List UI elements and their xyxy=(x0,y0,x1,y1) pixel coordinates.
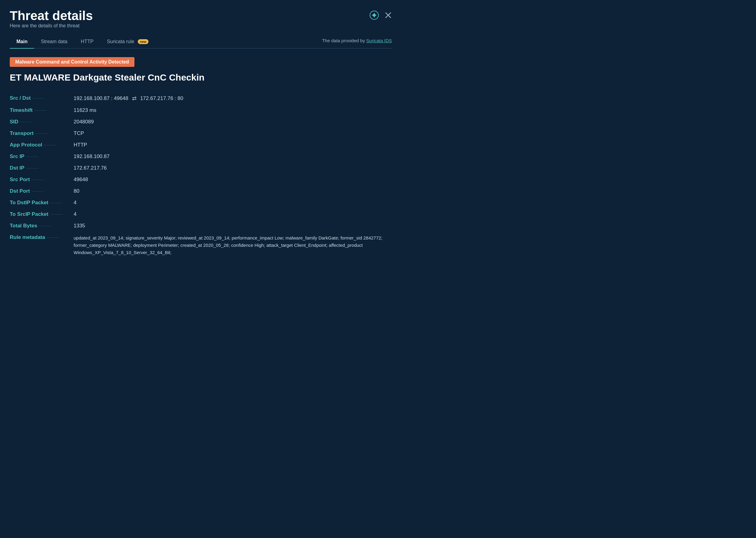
table-row: To SrcIP Packet4 xyxy=(10,208,392,220)
page-subtitle: Here are the details of the threat xyxy=(10,23,93,28)
alert-badge: Malware Command and Control Activity Det… xyxy=(10,57,135,67)
data-source-text: The data provided by xyxy=(322,38,366,43)
detail-label: Timeshift xyxy=(10,105,74,116)
detail-value: 192.168.100.87 xyxy=(74,151,392,162)
threat-name: ET MALWARE Darkgate Stealer CnC Checkin xyxy=(10,72,392,83)
detail-label: To SrcIP Packet xyxy=(10,208,74,220)
table-row: App ProtocolHTTP xyxy=(10,139,392,151)
detail-label: Dst Port xyxy=(10,186,74,197)
detail-value: HTTP xyxy=(74,139,392,151)
detail-value: 80 xyxy=(74,186,392,197)
dst-address: 172.67.217.76 : 80 xyxy=(140,95,183,101)
detail-label: Src Port xyxy=(10,174,74,186)
details-table: Src / Dst192.168.100.87 : 49648⇄172.67.2… xyxy=(10,92,392,259)
detail-value: 1335 xyxy=(74,220,392,232)
header: Threat details Here are the details of t… xyxy=(10,9,392,34)
table-row: Src IP192.168.100.87 xyxy=(10,151,392,162)
detail-label: Src IP xyxy=(10,151,74,162)
tab-http[interactable]: HTTP xyxy=(74,36,100,49)
detail-value: updated_at 2023_09_14; signature_severit… xyxy=(74,232,392,259)
detail-label: Transport xyxy=(10,128,74,139)
table-row: Dst Port80 xyxy=(10,186,392,197)
header-actions xyxy=(369,9,392,20)
detail-value: 192.168.100.87 : 49648⇄172.67.217.76 : 8… xyxy=(74,92,392,105)
data-source-info: The data provided by Suricata IDS xyxy=(322,38,392,46)
detail-label: Dst IP xyxy=(10,162,74,174)
header-left: Threat details Here are the details of t… xyxy=(10,9,93,34)
detail-value: 4 xyxy=(74,208,392,220)
data-source-link[interactable]: Suricata IDS xyxy=(366,38,392,43)
table-row: TransportTCP xyxy=(10,128,392,139)
tab-stream-data[interactable]: Stream data xyxy=(34,36,74,49)
detail-value: 4 xyxy=(74,197,392,208)
table-row: Total Bytes1335 xyxy=(10,220,392,232)
detail-value: 49648 xyxy=(74,174,392,186)
table-row: SID2048089 xyxy=(10,116,392,128)
detail-value: 2048089 xyxy=(74,116,392,128)
threat-details-panel: Threat details Here are the details of t… xyxy=(0,0,402,538)
table-row: Src Port49648 xyxy=(10,174,392,186)
detail-value: TCP xyxy=(74,128,392,139)
page-title: Threat details xyxy=(10,9,93,23)
new-badge: new xyxy=(138,39,149,44)
ai-assistant-button[interactable] xyxy=(369,10,379,20)
tab-suricata-rule[interactable]: Suricata rule new xyxy=(100,36,155,49)
arrows-icon: ⇄ xyxy=(132,95,137,102)
tab-main[interactable]: Main xyxy=(10,36,34,49)
tabs-left: Main Stream data HTTP Suricata rule new xyxy=(10,36,155,48)
detail-label: Total Bytes xyxy=(10,220,74,232)
close-button[interactable] xyxy=(385,12,392,19)
detail-value: 172.67.217.76 xyxy=(74,162,392,174)
detail-label: Src / Dst xyxy=(10,92,74,105)
detail-label: App Protocol xyxy=(10,139,74,151)
tabs-row: Main Stream data HTTP Suricata rule new … xyxy=(10,36,392,49)
table-row: Timeshift11623 ms xyxy=(10,105,392,116)
detail-label: SID xyxy=(10,116,74,128)
table-row: Src / Dst192.168.100.87 : 49648⇄172.67.2… xyxy=(10,92,392,105)
table-row: To DstIP Packet4 xyxy=(10,197,392,208)
table-row: Dst IP172.67.217.76 xyxy=(10,162,392,174)
src-address: 192.168.100.87 : 49648 xyxy=(74,95,128,101)
table-row: Rule metadataupdated_at 2023_09_14; sign… xyxy=(10,232,392,259)
detail-label: To DstIP Packet xyxy=(10,197,74,208)
detail-value: 11623 ms xyxy=(74,105,392,116)
detail-label: Rule metadata xyxy=(10,232,74,259)
